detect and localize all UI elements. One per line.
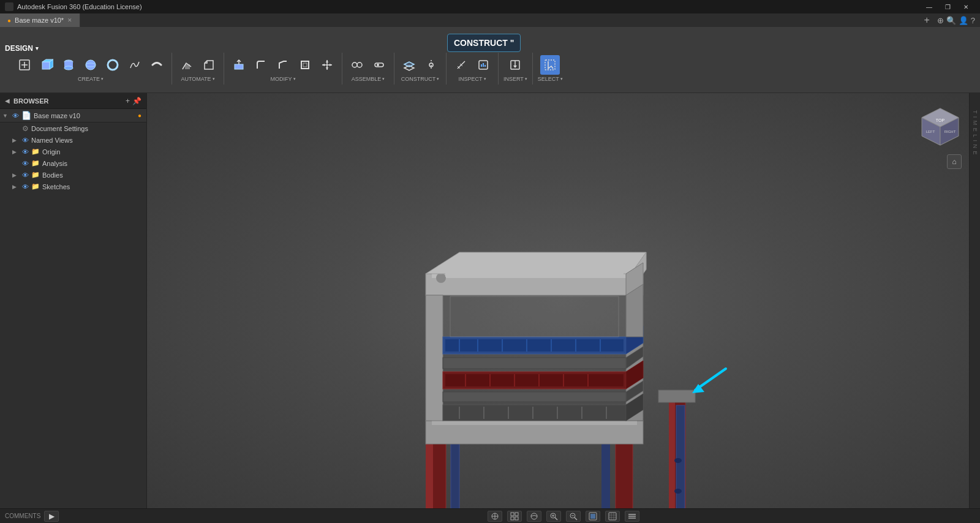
svg-marker-18 [326, 60, 328, 62]
svg-rect-120 [511, 513, 514, 516]
construct-axis-btn[interactable] [421, 55, 441, 75]
svg-rect-13 [235, 64, 243, 69]
tree-expand-bodies[interactable]: ▶ [12, 172, 20, 178]
tree-item-named-views[interactable]: ▶ 👁 Named Views [0, 135, 146, 146]
tree-expand-sketches[interactable]: ▶ [12, 184, 20, 190]
tree-expand-origin[interactable]: ▶ [12, 149, 20, 155]
tree-item-root[interactable]: ▼ 👁 📄 Base maze v10 ● [0, 109, 146, 122]
modify-press-pull-btn[interactable] [229, 55, 249, 75]
tab-indicator: ● [7, 17, 11, 24]
design-dropdown[interactable]: DESIGN ▾ [5, 44, 39, 53]
visibility-toggle-sketches[interactable]: 👁 [22, 183, 29, 190]
create-box-btn[interactable] [37, 55, 56, 75]
insert-btn[interactable] [505, 55, 525, 75]
sidebar-collapse-arrow[interactable]: ◀ [5, 97, 10, 104]
document-tab[interactable]: ● Base maze v10* ✕ [0, 13, 80, 27]
comments-toggle[interactable]: ▶ [44, 511, 59, 522]
create-pipe-btn[interactable] [147, 55, 167, 75]
inspect-measure-btn[interactable] [451, 55, 471, 75]
create-new-component-btn[interactable] [15, 55, 34, 75]
inspect-label[interactable]: INSPECT ▾ [458, 76, 486, 82]
close-button[interactable]: ✕ [957, 0, 975, 13]
create-sphere-btn[interactable] [81, 55, 100, 75]
construct-label[interactable]: CONSTRUCT ▾ [401, 76, 440, 82]
construct-tooltip: CONSTRUCT " [447, 34, 521, 52]
assemble-motion-btn[interactable] [369, 55, 389, 75]
tree-item-sketches[interactable]: ▶ 👁 📁 Sketches [0, 181, 146, 192]
new-tab-btn[interactable]: + [924, 15, 929, 26]
visibility-toggle-origin[interactable]: 👁 [22, 148, 29, 156]
modify-label[interactable]: MODIFY ▾ [271, 76, 296, 82]
modify-chamfer-btn[interactable] [273, 55, 293, 75]
visibility-toggle-views[interactable]: 👁 [22, 137, 29, 144]
tree-item-origin[interactable]: ▶ 👁 📁 Origin [0, 146, 146, 157]
account-icon[interactable]: ⊕ [937, 16, 944, 25]
status-joint-btn[interactable] [488, 511, 502, 522]
status-orbit-btn[interactable] [527, 511, 541, 522]
select-btn[interactable] [540, 55, 560, 75]
tree-label-analysis: Analysis [42, 160, 141, 167]
viewcube[interactable]: TOP LEFT RIGHT [916, 102, 965, 151]
statusbar-left: COMMENTS ▶ [5, 511, 152, 522]
status-zoom-out-btn[interactable] [566, 511, 581, 522]
modify-move-btn[interactable] [317, 55, 337, 75]
automate-btn1[interactable] [177, 55, 197, 75]
tree-label-sketches: Sketches [42, 183, 141, 190]
svg-rect-81 [443, 405, 626, 421]
svg-point-105 [674, 489, 682, 494]
tab-close-icon[interactable]: ✕ [67, 17, 72, 23]
svg-point-23 [357, 62, 362, 67]
visibility-toggle-analysis[interactable]: 👁 [22, 160, 29, 167]
sidebar-pin-btn[interactable]: 📌 [132, 97, 141, 105]
svg-marker-19 [326, 67, 328, 70]
svg-rect-43 [451, 442, 459, 508]
create-coil-btn[interactable] [125, 55, 145, 75]
modify-fillet-btn[interactable] [251, 55, 271, 75]
sidebar-add-btn[interactable]: + [126, 97, 130, 105]
svg-line-126 [555, 517, 557, 520]
status-grid-snap-btn[interactable] [605, 511, 620, 522]
automate-btn2[interactable] [199, 55, 219, 75]
maximize-button[interactable]: ❐ [938, 0, 957, 13]
toolbar-group-create: CREATE ▾ [10, 53, 172, 85]
tree-item-analysis[interactable]: 👁 📁 Analysis [0, 157, 146, 169]
svg-line-130 [575, 517, 577, 520]
nav-home-btn[interactable]: ⌂ [947, 154, 962, 169]
svg-point-124 [531, 513, 537, 519]
tree-item-bodies[interactable]: ▶ 👁 📁 Bodies [0, 169, 146, 181]
viewport[interactable]: TOP LEFT RIGHT ⌂ [147, 93, 980, 508]
create-label[interactable]: CREATE ▾ [78, 76, 104, 82]
visibility-toggle-root[interactable]: 👁 [12, 112, 19, 119]
visibility-toggle-bodies[interactable]: 👁 [22, 171, 29, 179]
minimize-button[interactable]: — [920, 0, 938, 13]
user-icon[interactable]: 👤 [959, 16, 968, 25]
modify-shell-btn[interactable] [295, 55, 315, 75]
automate-label[interactable]: AUTOMATE ▾ [181, 76, 214, 82]
search-icon[interactable]: 🔍 [946, 16, 956, 25]
status-grid-btn[interactable] [507, 511, 522, 522]
svg-point-11 [108, 60, 118, 70]
tree-expand-views[interactable]: ▶ [12, 137, 20, 143]
svg-rect-14 [301, 61, 309, 69]
comments-label: COMMENTS [5, 513, 40, 519]
svg-text:LEFT: LEFT [926, 130, 935, 134]
svg-rect-71 [443, 358, 626, 369]
construct-plane-btn[interactable] [399, 55, 419, 75]
tree-label-bodies: Bodies [42, 171, 141, 179]
status-display-mode-btn[interactable] [586, 511, 600, 522]
svg-rect-121 [515, 513, 518, 516]
status-zoom-in-btn[interactable] [546, 511, 561, 522]
tree-expand-root[interactable]: ▼ [2, 113, 10, 119]
help-icon[interactable]: ? [971, 16, 975, 25]
modified-indicator: ● [138, 112, 141, 119]
assemble-label[interactable]: ASSEMBLE ▾ [352, 76, 385, 82]
insert-label[interactable]: INSERT ▾ [503, 76, 527, 82]
status-more-btn[interactable] [625, 511, 639, 522]
select-label[interactable]: SELECT ▾ [538, 76, 563, 82]
title-bar: Autodesk Fusion 360 (Education License) … [0, 0, 980, 13]
tree-item-doc-settings[interactable]: ⚙ Document Settings [0, 122, 146, 135]
create-torus-btn[interactable] [103, 55, 123, 75]
assemble-joint-btn[interactable] [347, 55, 367, 75]
create-cylinder-btn[interactable] [59, 55, 78, 75]
inspect-analysis-btn[interactable] [473, 55, 493, 75]
